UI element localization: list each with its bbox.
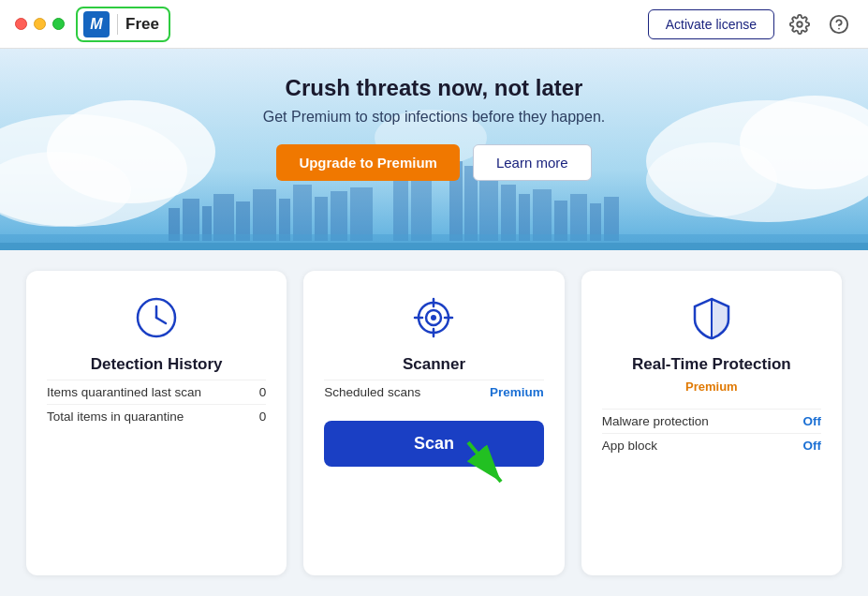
real-time-protection-card: Real-Time Protection Premium Malware pro… [581, 271, 842, 575]
scheduled-scans-value: Premium [490, 385, 544, 399]
svg-rect-20 [331, 191, 347, 241]
real-time-protection-subtitle: Premium [602, 380, 821, 394]
total-in-quarantine-row: Total items in quarantine 0 [47, 404, 266, 428]
app-window: M Free Activate license [0, 0, 868, 596]
close-button[interactable] [15, 18, 27, 30]
help-icon [829, 14, 849, 35]
svg-rect-22 [393, 180, 408, 241]
svg-rect-18 [293, 185, 312, 241]
malware-protection-row: Malware protection Off [602, 409, 821, 433]
svg-rect-26 [479, 175, 498, 241]
hero-buttons: Upgrade to Premium Learn more [276, 144, 591, 181]
svg-point-0 [797, 22, 802, 27]
svg-point-9 [646, 142, 777, 217]
app-block-label: App block [602, 439, 657, 453]
svg-rect-12 [183, 199, 199, 241]
logo-area: M Free [76, 7, 170, 42]
free-label: Free [125, 15, 159, 34]
svg-rect-11 [169, 208, 180, 241]
traffic-lights [15, 18, 65, 30]
minimize-button[interactable] [34, 18, 46, 30]
detection-history-title: Detection History [47, 355, 266, 374]
hero-title: Crush threats now, not later [286, 75, 583, 101]
total-in-quarantine-label: Total items in quarantine [47, 410, 184, 424]
svg-rect-23 [411, 171, 432, 241]
target-icon [409, 293, 458, 342]
title-bar-right: Activate license [648, 9, 853, 39]
title-bar-left: M Free [15, 7, 170, 42]
title-bar: M Free Activate license [0, 0, 868, 49]
clock-icon [132, 293, 181, 342]
maximize-button[interactable] [52, 18, 65, 30]
help-button[interactable] [825, 10, 853, 38]
scan-button[interactable]: Scan [324, 421, 543, 467]
activate-license-button[interactable]: Activate license [648, 9, 774, 39]
hero-banner: Crush threats now, not later Get Premium… [0, 49, 868, 250]
svg-rect-32 [590, 203, 601, 241]
settings-button[interactable] [786, 10, 814, 38]
svg-rect-13 [202, 206, 212, 241]
quarantined-last-scan-label: Items quarantined last scan [47, 385, 201, 399]
learn-more-button[interactable]: Learn more [473, 144, 592, 181]
svg-rect-35 [0, 243, 868, 250]
scanner-icon-area [324, 293, 543, 342]
logo-divider [117, 14, 118, 35]
svg-rect-28 [519, 194, 530, 241]
upgrade-premium-button[interactable]: Upgrade to Premium [276, 144, 460, 181]
svg-rect-15 [236, 201, 250, 241]
scanner-card: Scanner Scheduled scans Premium Scan [303, 271, 564, 575]
svg-rect-27 [501, 185, 516, 241]
gear-icon [789, 14, 810, 35]
quarantined-last-scan-value: 0 [259, 385, 267, 399]
svg-rect-29 [533, 189, 552, 241]
real-time-protection-title: Real-Time Protection [602, 355, 821, 374]
svg-rect-17 [279, 199, 290, 241]
svg-point-45 [431, 315, 436, 320]
scheduled-scans-row: Scheduled scans Premium [324, 380, 543, 404]
svg-rect-31 [570, 194, 587, 241]
svg-rect-30 [554, 201, 567, 241]
detection-history-icon-area [47, 293, 266, 342]
svg-rect-33 [604, 197, 619, 241]
svg-line-38 [156, 318, 166, 323]
logo-icon: M [83, 11, 110, 37]
app-block-row: App block Off [602, 433, 821, 457]
svg-point-8 [740, 96, 868, 189]
svg-rect-19 [315, 197, 328, 241]
svg-point-6 [0, 152, 131, 227]
hero-subtitle: Get Premium to stop infections before th… [263, 109, 606, 126]
real-time-icon-area [602, 293, 821, 342]
svg-point-4 [0, 114, 187, 227]
svg-point-5 [47, 100, 215, 203]
total-in-quarantine-value: 0 [259, 410, 267, 424]
app-block-value: Off [802, 439, 821, 453]
malware-protection-label: Malware protection [602, 414, 709, 428]
svg-rect-34 [0, 234, 868, 250]
svg-point-7 [646, 100, 868, 222]
scheduled-scans-label: Scheduled scans [324, 385, 420, 399]
svg-rect-21 [350, 187, 373, 241]
cards-section: Detection History Items quarantined last… [0, 250, 868, 596]
quarantined-last-scan-row: Items quarantined last scan 0 [47, 380, 266, 404]
malware-protection-value: Off [802, 414, 821, 428]
svg-rect-14 [213, 194, 234, 241]
detection-history-card: Detection History Items quarantined last… [26, 271, 287, 575]
scanner-title: Scanner [324, 355, 543, 374]
shield-icon [687, 293, 736, 342]
svg-rect-16 [253, 189, 276, 241]
